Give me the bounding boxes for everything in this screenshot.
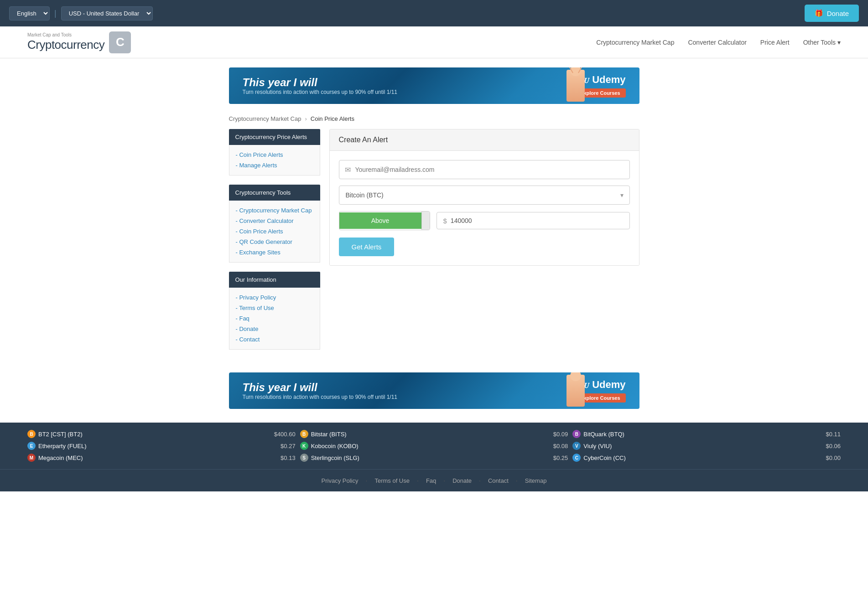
ticker-item: B BT2 [CST] (BT2) $400.60	[27, 430, 296, 438]
sidebar-section-info: Our Information - Privacy Policy - Terms…	[229, 272, 320, 350]
ticker-item: M Megacoin (MEC) $0.13	[27, 454, 296, 462]
ticker-name-slg: S Sterlingcoin (SLG)	[300, 454, 359, 462]
ticker-item: K Kobocoin (KOBO) $0.08	[300, 442, 568, 450]
sidebar-link-terms[interactable]: - Terms of Use	[236, 303, 313, 313]
footer-links: Privacy Policy · Terms of Use · Faq · Do…	[0, 469, 868, 491]
sidebar-link-privacy[interactable]: - Privacy Policy	[236, 292, 313, 303]
above-below-toggle[interactable]: Above	[339, 211, 430, 230]
sidebar-section-tools: Cryptocurrency Tools - Cryptocurrency Ma…	[229, 185, 320, 263]
ticker-item: B BitQuark (BTQ) $0.11	[572, 430, 841, 438]
ticker-price-bt2: $400.60	[274, 431, 296, 438]
footer-sitemap[interactable]: Sitemap	[525, 477, 547, 484]
ticker-name-bt2: B BT2 [CST] (BT2)	[27, 430, 83, 438]
sidebar-section-price-alerts: Cryptocurrency Price Alerts - Coin Price…	[229, 129, 320, 176]
footer-sep-1: ·	[366, 477, 368, 484]
main-content: Cryptocurrency Price Alerts - Coin Price…	[229, 129, 639, 359]
ticker-price-viu: $0.06	[826, 443, 841, 449]
price-input[interactable]	[451, 212, 623, 229]
divider: |	[54, 9, 57, 18]
alert-panel: Create An Alert ✉ Bitcoin (BTC) Ethereum…	[329, 129, 639, 266]
slg-icon: S	[300, 454, 308, 462]
footer-donate[interactable]: Donate	[452, 477, 472, 484]
nav-converter[interactable]: Converter Calculator	[688, 39, 746, 46]
toggle-handle[interactable]	[421, 212, 430, 230]
sidebar-header-info: Our Information	[229, 272, 320, 288]
footer-sep-5: ·	[516, 477, 518, 484]
udemy-logo-bottom: 𝑈 Udemy	[584, 379, 625, 391]
ticker-name-kobo: K Kobocoin (KOBO)	[300, 442, 359, 450]
banner-main-text: This year I will	[243, 76, 398, 89]
udemy-logo: 𝑈 Udemy	[584, 74, 625, 86]
nav-market-cap[interactable]: Cryptocurrency Market Cap	[596, 39, 674, 46]
footer-contact[interactable]: Contact	[488, 477, 509, 484]
above-button[interactable]: Above	[339, 212, 421, 229]
alert-panel-header: Create An Alert	[330, 129, 639, 151]
ticker-price-slg: $0.25	[553, 454, 568, 461]
logo-area: Market Cap and Tools Cryptocurrency C	[27, 31, 131, 53]
breadcrumb-parent[interactable]: Cryptocurrency Market Cap	[229, 115, 301, 122]
ticker-price-cc: $0.00	[826, 454, 841, 461]
logo-icon: C	[109, 31, 131, 53]
ticker-item: C CyberCoin (CC) $0.00	[572, 454, 841, 462]
sidebar-link-qr[interactable]: - QR Code Generator	[236, 237, 313, 247]
sidebar-link-market-cap[interactable]: - Cryptocurrency Market Cap	[236, 205, 313, 216]
ticker-name-bits: B Bitstar (BITS)	[300, 430, 347, 438]
donate-label: Donate	[827, 10, 849, 17]
banner-bottom[interactable]: This year I will Turn resolutions into a…	[229, 372, 639, 409]
email-icon: ✉	[345, 165, 351, 174]
email-input[interactable]	[355, 160, 624, 179]
logo-main-text: Cryptocurrency	[27, 38, 104, 52]
banner-figure	[567, 67, 585, 104]
ticker-price-mec: $0.13	[281, 454, 296, 461]
footer-sep-4: ·	[479, 477, 481, 484]
email-input-wrapper: ✉	[339, 160, 630, 179]
donate-button[interactable]: 🎁 Donate	[805, 5, 859, 22]
sidebar-link-coin-alerts[interactable]: - Coin Price Alerts	[236, 226, 313, 237]
ticker-item: E Etherparty (FUEL) $0.27	[27, 442, 296, 450]
ticker-item: B Bitstar (BITS) $0.09	[300, 430, 568, 438]
footer-privacy[interactable]: Privacy Policy	[322, 477, 359, 484]
sidebar-link-donate[interactable]: - Donate	[236, 324, 313, 334]
sidebar-link-contact[interactable]: - Contact	[236, 334, 313, 345]
mec-icon: M	[27, 454, 36, 462]
get-alerts-button[interactable]: Get Alerts	[339, 238, 395, 256]
coin-select[interactable]: Bitcoin (BTC) Ethereum (ETH) Litecoin (L…	[339, 186, 630, 205]
sidebar-link-coin-price-alerts[interactable]: - Coin Price Alerts	[236, 150, 313, 160]
price-input-wrapper: $	[437, 212, 630, 229]
banner-bottom-sub: Turn resolutions into action with course…	[243, 394, 398, 400]
logo-text: Market Cap and Tools Cryptocurrency	[27, 32, 104, 52]
bits-icon: B	[300, 430, 308, 438]
top-bar: English | USD - United States Dollar 🎁 D…	[0, 0, 868, 26]
kobo-icon: K	[300, 442, 308, 450]
nav-links: Cryptocurrency Market Cap Converter Calc…	[596, 39, 841, 46]
sidebar-link-converter[interactable]: - Converter Calculator	[236, 216, 313, 226]
ticker-item: V Viuly (VIU) $0.06	[572, 442, 841, 450]
footer-faq[interactable]: Faq	[426, 477, 436, 484]
sidebar-header-price-alerts: Cryptocurrency Price Alerts	[229, 129, 320, 145]
dollar-icon: $	[443, 217, 447, 225]
gift-icon: 🎁	[815, 9, 823, 17]
sidebar-link-manage-alerts[interactable]: - Manage Alerts	[236, 160, 313, 170]
currency-select[interactable]: USD - United States Dollar	[61, 6, 153, 21]
nav-other-tools[interactable]: Other Tools ▾	[803, 39, 841, 46]
sidebar-body-info: - Privacy Policy - Terms of Use - Faq - …	[229, 288, 320, 350]
sidebar-header-tools: Cryptocurrency Tools	[229, 185, 320, 201]
sidebar-body-price-alerts: - Coin Price Alerts - Manage Alerts	[229, 145, 320, 176]
banner-sub-text: Turn resolutions into action with course…	[243, 89, 398, 95]
ticker-name-viu: V Viuly (VIU)	[572, 442, 612, 450]
footer-sep-2: ·	[417, 477, 419, 484]
footer-terms[interactable]: Terms of Use	[374, 477, 410, 484]
bt2-icon: B	[27, 430, 36, 438]
sidebar-link-faq[interactable]: - Faq	[236, 313, 313, 324]
ticker-item: S Sterlingcoin (SLG) $0.25	[300, 454, 568, 462]
nav-price-alert[interactable]: Price Alert	[760, 39, 790, 46]
banner-top[interactable]: This year I will Turn resolutions into a…	[229, 67, 639, 104]
nav-bar: Market Cap and Tools Cryptocurrency C Cr…	[0, 26, 868, 58]
other-tools-label: Other Tools	[803, 39, 836, 46]
banner-text: This year I will Turn resolutions into a…	[243, 76, 398, 95]
ticker-name-btq: B BitQuark (BTQ)	[572, 430, 624, 438]
sidebar-link-exchange[interactable]: - Exchange Sites	[236, 247, 313, 258]
banner-bottom-text: This year I will Turn resolutions into a…	[243, 381, 398, 400]
ticker-price-bits: $0.09	[553, 431, 568, 438]
language-select[interactable]: English	[9, 6, 50, 21]
